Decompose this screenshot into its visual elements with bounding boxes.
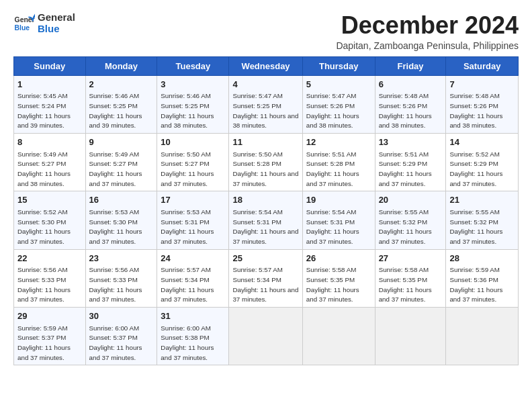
col-thursday: Thursday xyxy=(302,56,375,75)
calendar-table: Sunday Monday Tuesday Wednesday Thursday… xyxy=(13,56,519,366)
table-row: 8 Sunrise: 5:49 AMSunset: 5:27 PMDayligh… xyxy=(14,133,86,191)
day-info: Sunrise: 5:50 AMSunset: 5:28 PMDaylight:… xyxy=(232,150,298,187)
table-row xyxy=(302,308,375,365)
table-row: 4 Sunrise: 5:47 AMSunset: 5:25 PMDayligh… xyxy=(229,75,302,133)
day-number: 16 xyxy=(89,194,154,206)
table-row xyxy=(229,308,302,365)
table-row: 2 Sunrise: 5:46 AMSunset: 5:25 PMDayligh… xyxy=(85,75,157,133)
logo: General Blue General Blue xyxy=(13,12,75,34)
table-row: 1 Sunrise: 5:45 AMSunset: 5:24 PMDayligh… xyxy=(14,75,86,133)
day-info: Sunrise: 5:48 AMSunset: 5:26 PMDaylight:… xyxy=(379,92,432,129)
day-number: 12 xyxy=(306,136,371,148)
table-row: 26 Sunrise: 5:58 AMSunset: 5:35 PMDaylig… xyxy=(302,249,375,307)
table-row: 29 Sunrise: 5:59 AMSunset: 5:37 PMDaylig… xyxy=(14,308,86,365)
day-info: Sunrise: 5:48 AMSunset: 5:26 PMDaylight:… xyxy=(449,92,502,129)
table-row: 12 Sunrise: 5:51 AMSunset: 5:28 PMDaylig… xyxy=(302,133,375,191)
day-number: 19 xyxy=(306,194,371,206)
table-row: 18 Sunrise: 5:54 AMSunset: 5:31 PMDaylig… xyxy=(229,191,302,249)
day-number: 15 xyxy=(17,194,82,206)
day-info: Sunrise: 6:00 AMSunset: 5:38 PMDaylight:… xyxy=(161,324,214,361)
calendar-week-5: 29 Sunrise: 5:59 AMSunset: 5:37 PMDaylig… xyxy=(14,308,519,365)
day-info: Sunrise: 5:46 AMSunset: 5:25 PMDaylight:… xyxy=(161,92,214,129)
day-number: 29 xyxy=(17,310,82,322)
day-info: Sunrise: 5:51 AMSunset: 5:28 PMDaylight:… xyxy=(306,150,359,187)
day-info: Sunrise: 5:47 AMSunset: 5:25 PMDaylight:… xyxy=(232,92,298,129)
day-info: Sunrise: 5:59 AMSunset: 5:37 PMDaylight:… xyxy=(17,324,71,361)
day-number: 9 xyxy=(89,136,154,148)
title-block: December 2024 Dapitan, Zamboanga Peninsu… xyxy=(336,12,519,51)
logo-text: General Blue xyxy=(38,12,75,34)
table-row xyxy=(375,308,446,365)
table-row: 9 Sunrise: 5:49 AMSunset: 5:27 PMDayligh… xyxy=(85,133,157,191)
day-number: 22 xyxy=(17,253,82,265)
day-number: 3 xyxy=(161,79,225,91)
day-number: 21 xyxy=(449,194,515,206)
day-info: Sunrise: 6:00 AMSunset: 5:37 PMDaylight:… xyxy=(89,324,142,361)
day-number: 23 xyxy=(89,253,154,265)
day-number: 26 xyxy=(306,253,371,265)
main-title: December 2024 xyxy=(336,12,519,39)
col-saturday: Saturday xyxy=(446,56,519,75)
table-row: 22 Sunrise: 5:56 AMSunset: 5:33 PMDaylig… xyxy=(14,249,86,307)
day-info: Sunrise: 5:54 AMSunset: 5:31 PMDaylight:… xyxy=(232,208,298,245)
day-number: 20 xyxy=(379,194,443,206)
day-number: 17 xyxy=(161,194,225,206)
calendar-header-row: Sunday Monday Tuesday Wednesday Thursday… xyxy=(14,56,519,75)
table-row: 16 Sunrise: 5:53 AMSunset: 5:30 PMDaylig… xyxy=(85,191,157,249)
calendar-week-3: 15 Sunrise: 5:52 AMSunset: 5:30 PMDaylig… xyxy=(14,191,519,249)
day-number: 10 xyxy=(161,136,225,148)
day-info: Sunrise: 5:54 AMSunset: 5:31 PMDaylight:… xyxy=(306,208,359,245)
day-number: 4 xyxy=(232,79,298,91)
day-number: 24 xyxy=(161,253,225,265)
col-monday: Monday xyxy=(85,56,157,75)
table-row: 30 Sunrise: 6:00 AMSunset: 5:37 PMDaylig… xyxy=(85,308,157,365)
day-info: Sunrise: 5:55 AMSunset: 5:32 PMDaylight:… xyxy=(449,208,502,245)
day-number: 18 xyxy=(232,194,298,206)
day-info: Sunrise: 5:49 AMSunset: 5:27 PMDaylight:… xyxy=(17,150,71,187)
day-info: Sunrise: 5:55 AMSunset: 5:32 PMDaylight:… xyxy=(379,208,432,245)
col-tuesday: Tuesday xyxy=(157,56,229,75)
table-row: 11 Sunrise: 5:50 AMSunset: 5:28 PMDaylig… xyxy=(229,133,302,191)
col-friday: Friday xyxy=(375,56,446,75)
table-row: 7 Sunrise: 5:48 AMSunset: 5:26 PMDayligh… xyxy=(446,75,519,133)
day-info: Sunrise: 5:53 AMSunset: 5:31 PMDaylight:… xyxy=(161,208,214,245)
calendar-week-2: 8 Sunrise: 5:49 AMSunset: 5:27 PMDayligh… xyxy=(14,133,519,191)
table-row: 3 Sunrise: 5:46 AMSunset: 5:25 PMDayligh… xyxy=(157,75,229,133)
table-row: 10 Sunrise: 5:50 AMSunset: 5:27 PMDaylig… xyxy=(157,133,229,191)
table-row: 28 Sunrise: 5:59 AMSunset: 5:36 PMDaylig… xyxy=(446,249,519,307)
day-number: 28 xyxy=(449,253,515,265)
day-number: 2 xyxy=(89,79,154,91)
logo-icon: General Blue xyxy=(13,13,35,34)
day-number: 30 xyxy=(89,310,154,322)
day-info: Sunrise: 5:56 AMSunset: 5:33 PMDaylight:… xyxy=(89,266,142,303)
day-info: Sunrise: 5:57 AMSunset: 5:34 PMDaylight:… xyxy=(161,266,214,303)
calendar-week-1: 1 Sunrise: 5:45 AMSunset: 5:24 PMDayligh… xyxy=(14,75,519,133)
table-row: 6 Sunrise: 5:48 AMSunset: 5:26 PMDayligh… xyxy=(375,75,446,133)
table-row: 27 Sunrise: 5:58 AMSunset: 5:35 PMDaylig… xyxy=(375,249,446,307)
col-wednesday: Wednesday xyxy=(229,56,302,75)
table-row: 25 Sunrise: 5:57 AMSunset: 5:34 PMDaylig… xyxy=(229,249,302,307)
day-info: Sunrise: 5:47 AMSunset: 5:26 PMDaylight:… xyxy=(306,92,359,129)
day-info: Sunrise: 5:51 AMSunset: 5:29 PMDaylight:… xyxy=(379,150,432,187)
table-row: 14 Sunrise: 5:52 AMSunset: 5:29 PMDaylig… xyxy=(446,133,519,191)
table-row: 21 Sunrise: 5:55 AMSunset: 5:32 PMDaylig… xyxy=(446,191,519,249)
day-number: 7 xyxy=(449,79,515,91)
day-number: 5 xyxy=(306,79,371,91)
day-number: 6 xyxy=(379,79,443,91)
table-row: 23 Sunrise: 5:56 AMSunset: 5:33 PMDaylig… xyxy=(85,249,157,307)
table-row: 19 Sunrise: 5:54 AMSunset: 5:31 PMDaylig… xyxy=(302,191,375,249)
table-row: 24 Sunrise: 5:57 AMSunset: 5:34 PMDaylig… xyxy=(157,249,229,307)
day-number: 11 xyxy=(232,136,298,148)
day-info: Sunrise: 5:56 AMSunset: 5:33 PMDaylight:… xyxy=(17,266,71,303)
header: General Blue General Blue December 2024 … xyxy=(13,12,519,51)
day-number: 14 xyxy=(449,136,515,148)
day-info: Sunrise: 5:49 AMSunset: 5:27 PMDaylight:… xyxy=(89,150,142,187)
subtitle: Dapitan, Zamboanga Peninsula, Philippine… xyxy=(336,40,519,51)
day-info: Sunrise: 5:45 AMSunset: 5:24 PMDaylight:… xyxy=(17,92,71,129)
day-number: 25 xyxy=(232,253,298,265)
svg-text:Blue: Blue xyxy=(15,24,30,31)
col-sunday: Sunday xyxy=(14,56,86,75)
table-row xyxy=(446,308,519,365)
table-row: 5 Sunrise: 5:47 AMSunset: 5:26 PMDayligh… xyxy=(302,75,375,133)
day-number: 27 xyxy=(379,253,443,265)
